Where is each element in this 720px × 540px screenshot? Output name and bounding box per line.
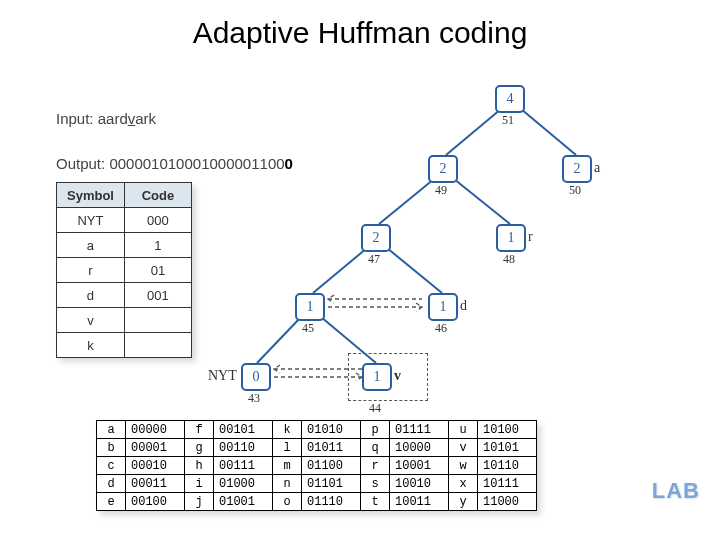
svg-line-4 [313,248,367,293]
alpha-code: 00001 [126,439,185,457]
alpha-sym: s [361,475,390,493]
alpha-sym: x [449,475,478,493]
svg-line-2 [379,179,434,224]
alpha-code: 01101 [302,475,361,493]
alpha-sym: f [185,421,214,439]
input-line: Input: aardvark [56,110,156,127]
node-order: 43 [248,391,260,406]
alpha-code: 00100 [126,493,185,511]
svg-line-1 [521,109,576,155]
alpha-code: 00110 [214,439,273,457]
alpha-sym: d [97,475,126,493]
sym-cell: r [57,258,125,283]
tree-node-51: 4 [495,85,525,113]
alpha-sym: y [449,493,478,511]
symbol-table: Symbol Code NYT000 a1 r01 d001 v k [56,182,192,358]
alpha-sym: h [185,457,214,475]
sym-cell: d [57,283,125,308]
alpha-sym: k [273,421,302,439]
alpha-sym: r [361,457,390,475]
tree-node-44: 1 [362,363,392,391]
tree-node-50: 2 [562,155,592,183]
code-cell: 1 [124,233,191,258]
alpha-sym: l [273,439,302,457]
alpha-code: 01110 [302,493,361,511]
alpha-code: 00111 [214,457,273,475]
alpha-code: 01000 [214,475,273,493]
alpha-code: 10000 [390,439,449,457]
alpha-code: 10111 [478,475,537,493]
output-label: Output: [56,155,105,172]
code-cell: 000 [124,208,191,233]
node-symbol: r [528,229,533,245]
alpha-code: 01011 [302,439,361,457]
input-label: Input: [56,110,94,127]
alpha-code: 01100 [302,457,361,475]
alpha-sym: m [273,457,302,475]
input-value: aardvark [98,110,156,127]
node-order: 51 [502,113,514,128]
alpha-sym: j [185,493,214,511]
sym-cell: a [57,233,125,258]
alpha-sym: q [361,439,390,457]
alpha-code: 10011 [390,493,449,511]
alpha-code: 00000 [126,421,185,439]
alpha-code: 10100 [478,421,537,439]
alpha-code: 10010 [390,475,449,493]
code-cell [124,333,191,358]
alpha-sym: g [185,439,214,457]
sym-cell: NYT [57,208,125,233]
alphabet-table: a00000 f00101 k01010 p01111 u10100 b0000… [96,420,537,511]
tree-node-43: 0 [241,363,271,391]
alpha-sym: t [361,493,390,511]
node-order: 44 [369,401,381,416]
lab-stamp: LAB [652,478,700,504]
node-order: 50 [569,183,581,198]
node-order: 49 [435,183,447,198]
alpha-sym: c [97,457,126,475]
alpha-sym: v [449,439,478,457]
alpha-code: 00011 [126,475,185,493]
alpha-sym: b [97,439,126,457]
alpha-sym: e [97,493,126,511]
alpha-sym: w [449,457,478,475]
alpha-code: 11000 [478,493,537,511]
sym-cell: v [57,308,125,333]
alpha-code: 01111 [390,421,449,439]
node-symbol: v [394,368,401,384]
node-order: 47 [368,252,380,267]
svg-line-5 [387,248,442,293]
node-order: 45 [302,321,314,336]
alpha-sym: p [361,421,390,439]
alpha-code: 01010 [302,421,361,439]
tree-node-46: 1 [428,293,458,321]
svg-line-6 [257,317,301,363]
alpha-sym: a [97,421,126,439]
alpha-code: 01001 [214,493,273,511]
page-title: Adaptive Huffman coding [0,16,720,50]
alpha-code: 10101 [478,439,537,457]
node-symbol: a [594,160,600,176]
node-order: 48 [503,252,515,267]
alpha-code: 00101 [214,421,273,439]
tree-node-48: 1 [496,224,526,252]
code-cell: 001 [124,283,191,308]
svg-line-3 [454,179,510,224]
tree-node-45: 1 [295,293,325,321]
node-symbol: NYT [208,368,237,384]
node-order: 46 [435,321,447,336]
alpha-sym: u [449,421,478,439]
huffman-tree: 4 51 2 49 2 a 50 2 47 1 r 48 1 45 1 d 46… [230,75,650,415]
tree-node-49: 2 [428,155,458,183]
symbol-header: Symbol [57,183,125,208]
code-cell: 01 [124,258,191,283]
alpha-sym: o [273,493,302,511]
alpha-code: 00010 [126,457,185,475]
tree-node-47: 2 [361,224,391,252]
svg-line-0 [446,109,501,155]
code-cell [124,308,191,333]
sym-cell: k [57,333,125,358]
alpha-code: 10110 [478,457,537,475]
alpha-sym: i [185,475,214,493]
code-header: Code [124,183,191,208]
